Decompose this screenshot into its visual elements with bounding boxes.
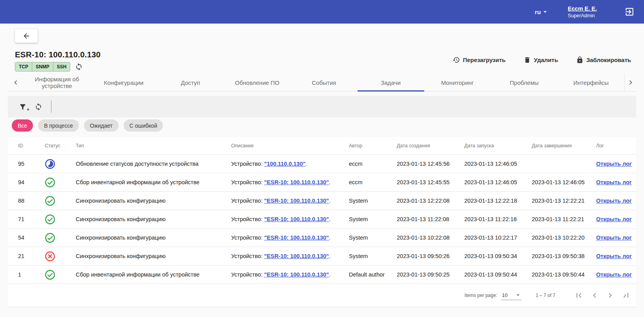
status-filter-chip[interactable]: Ожидает: [84, 119, 119, 132]
page-range-label: 1 – 7 of 7: [536, 293, 555, 298]
description-suffix: .: [329, 235, 330, 241]
check-circle-icon: [45, 233, 55, 243]
user-menu[interactable]: Eccm E. E. SuperAdmin: [568, 5, 597, 18]
tab[interactable]: Мониторинг: [424, 74, 491, 91]
cell-type: Синхронизировать конфигурацию: [73, 229, 229, 247]
cell-finished: 2023-01-13 11:22:21: [529, 210, 594, 229]
open-log-link[interactable]: Открыть лог: [596, 216, 632, 222]
cell-created: 2023-01-13 12:45:56: [394, 155, 462, 173]
tab-bar: Информация об устройстве Конфигурации До…: [8, 74, 636, 92]
block-label: Заблокировать: [586, 57, 631, 63]
block-button[interactable]: Заблокировать: [576, 56, 631, 64]
device-link[interactable]: "ESR-10: 100.110.0.130": [264, 271, 329, 278]
cell-description: Устройство: "ESR-10: 100.110.0.130".: [229, 192, 347, 210]
first-page-button[interactable]: [574, 290, 584, 301]
open-log-link[interactable]: Открыть лог: [596, 253, 632, 259]
toolbar-divider: [51, 101, 51, 113]
sync-icon: [35, 103, 42, 111]
tab-list: Информация об устройстве Конфигурации До…: [24, 74, 624, 91]
refresh-tasks-button[interactable]: [35, 103, 42, 111]
tab[interactable]: Доступ: [157, 74, 224, 91]
chevron-left-icon: [11, 78, 20, 87]
open-log-link[interactable]: Открыть лог: [596, 235, 632, 241]
topbar: ru Eccm E. E. SuperAdmin: [0, 0, 644, 24]
status-filter-chips: Все В процессе Ожидает С ошибкой: [8, 119, 636, 132]
cell-id: 54: [8, 229, 42, 247]
cell-author: System: [347, 247, 394, 266]
sync-device-button[interactable]: [75, 63, 83, 71]
column-header: Дата завершения: [529, 137, 594, 155]
tab[interactable]: Обновление ПО: [224, 74, 290, 91]
status-filter-chip[interactable]: Все: [12, 119, 33, 132]
last-page-button[interactable]: [621, 290, 631, 301]
chevron-right-icon: [626, 78, 635, 87]
cell-type: Синхронизировать конфигурацию: [73, 247, 229, 266]
device-identity: ESR-10: 100.110.0.130 TCP SNMP SSH: [15, 50, 100, 71]
tab[interactable]: Информация об устройстве: [24, 74, 90, 91]
next-page-button[interactable]: [606, 290, 616, 301]
open-log-link[interactable]: Открыть лог: [596, 179, 632, 185]
logout-button[interactable]: [624, 7, 635, 17]
cell-description: Устройство: "ESR-10: 100.110.0.130".: [229, 247, 347, 266]
device-link[interactable]: "100.110.0.130": [264, 161, 306, 167]
table-row: 71 Синхронизировать конфигурацию Устройс…: [8, 210, 636, 229]
device-link[interactable]: "ESR-10: 100.110.0.130": [264, 179, 329, 185]
status-filter-chip[interactable]: В процессе: [38, 119, 79, 132]
user-name-link[interactable]: Eccm E. E.: [568, 5, 597, 12]
cell-id: 88: [8, 192, 42, 210]
chevron-down-icon: [541, 8, 549, 16]
trash-icon: [524, 56, 531, 64]
tab[interactable]: События: [290, 74, 357, 91]
back-button[interactable]: [15, 29, 38, 43]
protocol-badge: SSH: [53, 62, 70, 71]
open-log-link[interactable]: Открыть лог: [596, 198, 632, 204]
items-per-page-value: 10: [502, 292, 507, 298]
user-role-label: SuperAdmin: [568, 13, 595, 18]
cell-id: 94: [8, 173, 42, 192]
check-circle-icon: [45, 269, 55, 280]
tabs-scroll-right-button[interactable]: [624, 74, 636, 91]
error-circle-icon: [45, 251, 55, 262]
tab-label: Задачи: [381, 79, 400, 86]
table-row: 94 Сбор инвентарной информации об устрой…: [8, 173, 636, 192]
description-suffix: .: [306, 161, 307, 167]
description-suffix: .: [329, 253, 330, 259]
last-page-icon: [621, 291, 631, 300]
tab[interactable]: Проблемы: [491, 74, 558, 91]
open-log-link[interactable]: Открыть лог: [596, 271, 632, 278]
cell-id: 21: [8, 247, 42, 266]
cell-author: System: [347, 192, 394, 210]
tab[interactable]: Конфигурации: [90, 74, 157, 91]
items-per-page-select[interactable]: 10: [501, 291, 522, 300]
language-selector[interactable]: ru: [535, 8, 549, 16]
arrow-left-icon: [22, 32, 31, 40]
task-table-card: IDСтатусТипОписаниеАвторДата созданияДат…: [8, 137, 636, 307]
column-header: Лог: [594, 137, 636, 155]
cell-type: Синхронизировать конфигурацию: [73, 192, 229, 210]
chevron-right-icon: [606, 291, 615, 300]
open-log-link[interactable]: Открыть лог: [596, 161, 632, 167]
device-link[interactable]: "ESR-10: 100.110.0.130": [264, 253, 329, 259]
badge-row: TCP SNMP SSH: [15, 62, 100, 71]
status-filter-chip[interactable]: С ошибкой: [124, 119, 163, 132]
device-link[interactable]: "ESR-10: 100.110.0.130": [264, 198, 329, 204]
cell-started: 2023-01-13 12:46:05: [462, 173, 529, 192]
cell-author: System: [347, 229, 394, 247]
column-header: ID: [8, 137, 42, 155]
cell-description: Устройство: "100.110.0.130".: [229, 155, 347, 173]
chevron-left-icon: [590, 291, 599, 300]
cell-type: Обновление статусов доступности устройст…: [73, 155, 229, 173]
previous-page-button[interactable]: [590, 290, 600, 301]
reboot-button[interactable]: Перезагрузить: [452, 56, 505, 64]
device-link[interactable]: "ESR-10: 100.110.0.130": [264, 216, 329, 222]
tab[interactable]: Задачи: [358, 74, 424, 91]
cell-created: 2023-01-13 12:22:08: [394, 192, 462, 210]
tabs-scroll-left-button[interactable]: [8, 74, 24, 91]
add-filter-button[interactable]: [19, 103, 27, 111]
task-table: IDСтатусТипОписаниеАвторДата созданияДат…: [8, 137, 636, 284]
tab[interactable]: Интерфейсы: [558, 74, 624, 91]
device-link[interactable]: "ESR-10: 100.110.0.130": [264, 235, 329, 241]
sync-icon: [75, 63, 83, 71]
cell-description: Устройство: "ESR-10: 100.110.0.130".: [229, 229, 347, 247]
delete-button[interactable]: Удалить: [524, 56, 558, 64]
